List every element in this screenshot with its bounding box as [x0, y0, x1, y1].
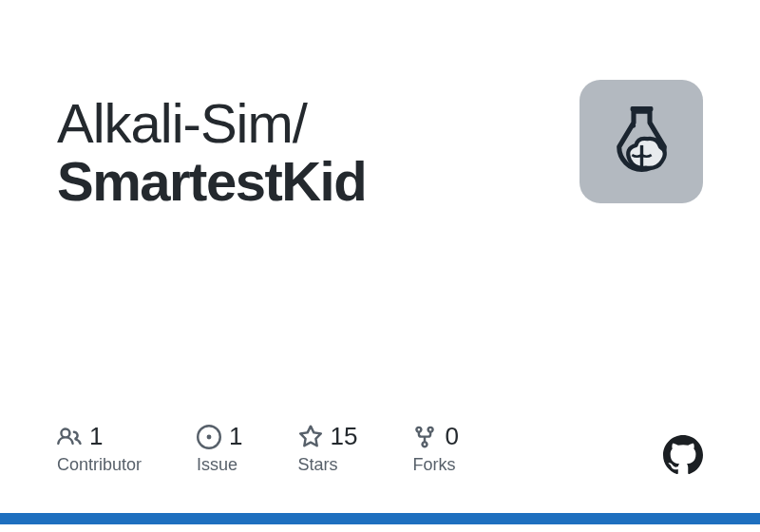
flask-brain-icon — [601, 102, 682, 182]
stat-contributors: 1 Contributor — [57, 422, 142, 475]
stats-row: 1 Contributor 1 Issue 15 Stars — [57, 422, 459, 475]
contributors-label: Contributor — [57, 455, 142, 475]
repo-social-card: Alkali-Sim/ SmartestKid 1 — [0, 0, 760, 532]
repo-avatar — [580, 80, 703, 203]
issues-label: Issue — [197, 455, 242, 475]
language-bar — [0, 513, 760, 524]
repo-name: SmartestKid — [57, 153, 580, 211]
svg-point-1 — [631, 124, 635, 127]
title-block: Alkali-Sim/ SmartestKid — [57, 76, 580, 211]
fork-icon — [412, 425, 437, 449]
header-row: Alkali-Sim/ SmartestKid — [57, 76, 703, 211]
issue-icon — [197, 425, 221, 449]
repo-owner: Alkali-Sim/ — [57, 95, 580, 153]
forks-label: Forks — [412, 455, 458, 475]
stars-label: Stars — [298, 455, 358, 475]
stat-stars: 15 Stars — [298, 422, 358, 475]
stat-issues: 1 Issue — [197, 422, 242, 475]
forks-count: 0 — [445, 422, 458, 451]
issues-count: 1 — [229, 422, 242, 451]
stat-forks: 0 Forks — [412, 422, 458, 475]
people-icon — [57, 425, 82, 449]
star-icon — [298, 425, 323, 449]
github-icon — [663, 435, 703, 475]
stars-count: 15 — [331, 422, 358, 451]
contributors-count: 1 — [89, 422, 103, 451]
